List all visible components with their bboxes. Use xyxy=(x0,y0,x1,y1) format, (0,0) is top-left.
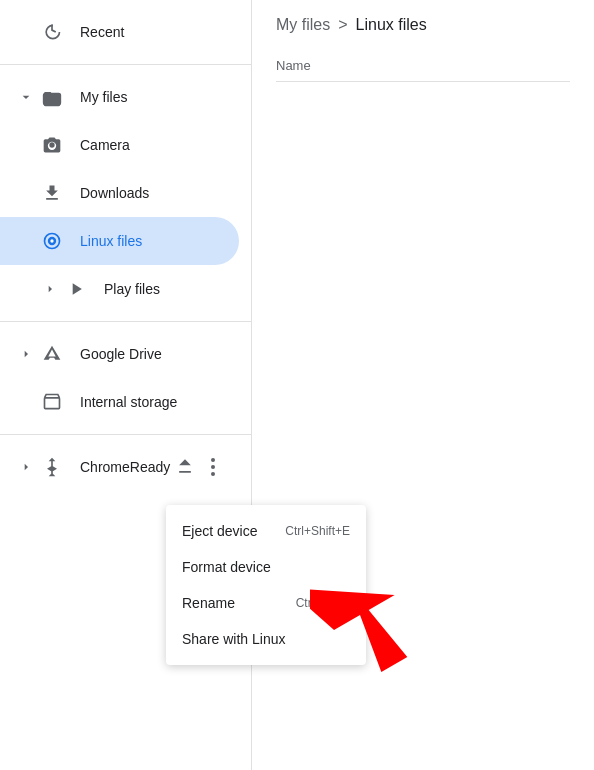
menu-item-eject-label: Eject device xyxy=(182,523,257,539)
play-files-expander[interactable] xyxy=(40,279,60,299)
chromeready-expander[interactable] xyxy=(16,457,36,477)
internal-storage-expander-placeholder xyxy=(16,392,36,412)
menu-item-eject-shortcut: Ctrl+Shift+E xyxy=(285,524,350,538)
my-files-expander[interactable] xyxy=(16,87,36,107)
breadcrumb-parent[interactable]: My files xyxy=(276,16,330,34)
sidebar-item-recent-label: Recent xyxy=(80,24,124,40)
svg-rect-2 xyxy=(45,92,51,95)
menu-item-format-label: Format device xyxy=(182,559,271,575)
divider-1 xyxy=(0,64,251,65)
recent-icon xyxy=(40,20,64,44)
sidebar-item-chromeready[interactable]: ChromeReady xyxy=(0,443,239,491)
recent-expander-placeholder xyxy=(16,22,36,42)
sidebar-item-chromeready-label: ChromeReady xyxy=(80,459,170,475)
menu-item-eject[interactable]: Eject device Ctrl+Shift+E xyxy=(166,513,366,549)
breadcrumb-current: Linux files xyxy=(356,16,427,34)
svg-point-5 xyxy=(50,239,53,242)
sidebar-item-my-files[interactable]: My files xyxy=(0,73,239,121)
google-drive-icon xyxy=(40,342,64,366)
menu-item-share-linux[interactable]: Share with Linux xyxy=(166,621,366,657)
more-options-icon[interactable] xyxy=(203,458,223,476)
divider-3 xyxy=(0,434,251,435)
linux-files-icon xyxy=(40,229,64,253)
downloads-icon xyxy=(40,181,64,205)
menu-item-rename-label: Rename xyxy=(182,595,235,611)
sidebar-item-play-files[interactable]: Play files xyxy=(0,265,239,313)
google-drive-expander[interactable] xyxy=(16,344,36,364)
sidebar-item-camera-label: Camera xyxy=(80,137,130,153)
internal-storage-icon xyxy=(40,390,64,414)
sidebar-item-play-files-label: Play files xyxy=(104,281,160,297)
menu-item-share-linux-label: Share with Linux xyxy=(182,631,286,647)
camera-icon xyxy=(40,133,64,157)
breadcrumb-separator: > xyxy=(338,16,347,34)
divider-2 xyxy=(0,321,251,322)
my-files-icon xyxy=(40,85,64,109)
usb-icon xyxy=(40,455,64,479)
sidebar-item-my-files-label: My files xyxy=(80,89,127,105)
sidebar-item-linux-files-label: Linux files xyxy=(80,233,142,249)
sidebar-item-google-drive[interactable]: Google Drive xyxy=(0,330,239,378)
sidebar-item-google-drive-label: Google Drive xyxy=(80,346,162,362)
menu-item-format[interactable]: Format device xyxy=(166,549,366,585)
play-files-icon xyxy=(64,277,88,301)
context-menu: Eject device Ctrl+Shift+E Format device … xyxy=(166,505,366,665)
sidebar-item-downloads[interactable]: Downloads xyxy=(0,169,239,217)
menu-item-rename-shortcut: Ctrl+Enter xyxy=(296,596,350,610)
eject-icon[interactable] xyxy=(175,456,195,479)
sidebar-item-internal-storage[interactable]: Internal storage xyxy=(0,378,239,426)
sidebar-item-linux-files[interactable]: Linux files xyxy=(0,217,239,265)
breadcrumb: My files > Linux files xyxy=(276,16,570,34)
sidebar-item-recent[interactable]: Recent xyxy=(0,8,239,56)
menu-item-rename[interactable]: Rename Ctrl+Enter xyxy=(166,585,366,621)
sidebar-item-camera[interactable]: Camera xyxy=(0,121,239,169)
svg-rect-6 xyxy=(45,398,60,409)
sidebar-item-internal-storage-label: Internal storage xyxy=(80,394,177,410)
sidebar-item-downloads-label: Downloads xyxy=(80,185,149,201)
column-header-name: Name xyxy=(276,50,570,82)
